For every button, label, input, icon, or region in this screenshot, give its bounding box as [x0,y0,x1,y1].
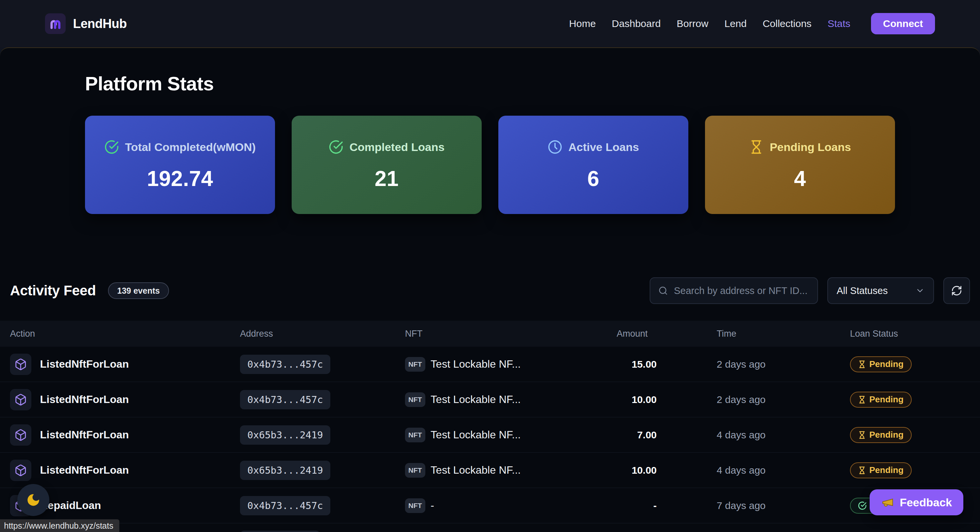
loan-status-label: Pending [869,465,904,475]
table-row: RepaidLoan0x4b73...457cNFT--7 days agoCo… [0,488,980,523]
nft-badge: NFT [405,357,425,372]
table-header-row: ActionAddressNFTAmountTimeLoan Status [0,321,980,347]
event-action: ListedNftForLoan [40,358,129,370]
feedback-button[interactable]: Feedback [870,489,963,515]
activity-feed-title: Activity Feed [10,283,96,299]
loan-status-label: Pending [869,394,904,405]
stat-card-1: Total Completed(wMON)192.74 [85,116,275,214]
moon-icon [26,493,41,507]
nft-badge: NFT [405,499,425,513]
status-filter-value: All Statuses [837,285,888,296]
stat-cards: Total Completed(wMON)192.74Completed Loa… [85,116,895,214]
table-row: ListedNftForLoan0x4b73...457cNFTTest Loc… [0,382,980,417]
loan-status-badge: Pending [850,356,912,372]
address-chip[interactable]: 0x65b3...2419 [240,425,330,445]
activity-feed-header: Activity Feed 139 events All Statuses [0,277,980,304]
clock-icon [548,140,562,155]
feedback-label: Feedback [900,496,952,509]
loan-amount: 10.00 [632,465,657,476]
nft-name: - [431,499,434,512]
search-icon [658,285,668,296]
stat-card-4: Pending Loans4 [705,116,895,214]
search-box [650,277,818,304]
address-chip[interactable]: 0x4b73...457c [240,390,330,409]
event-action: ListedNftForLoan [40,464,129,476]
brand-logo[interactable]: LendHub [45,13,127,34]
nav-link-stats[interactable]: Stats [828,18,850,29]
column-header-nft: NFT [405,329,617,339]
refresh-button[interactable] [943,277,970,304]
package-icon [10,460,31,481]
package-icon [10,424,31,446]
stat-card-2: Completed Loans21 [292,116,482,214]
stat-card-title: Completed Loans [349,139,444,155]
search-input[interactable] [674,285,809,296]
event-time: 4 days ago [717,465,766,476]
loan-status-label: Pending [869,359,904,370]
loan-status-badge: Pending [850,392,912,408]
table-row: NFT [0,523,980,532]
table-row: ListedNftForLoan0x65b3...2419NFTTest Loc… [0,417,980,453]
table-row: ListedNftForLoan0x65b3...2419NFTTest Loc… [0,453,980,488]
top-nav: LendHub HomeDashboardBorrowLendCollectio… [0,0,980,47]
megaphone-icon [881,496,894,509]
column-header-amount: Amount [617,329,657,339]
nav-link-home[interactable]: Home [569,18,596,29]
loan-amount: 15.00 [632,359,657,370]
loan-amount: 7.00 [637,429,657,440]
hourglass-icon [749,140,764,155]
stat-card-value: 21 [310,166,463,191]
column-header-action: Action [0,329,240,339]
loan-status-badge: Pending [850,462,912,478]
activity-table: ActionAddressNFTAmountTimeLoan Status Li… [0,321,980,532]
nft-name: Test Lockable NF... [431,358,521,370]
page-title: Platform Stats [85,72,895,95]
chevron-down-icon [915,286,925,295]
loan-amount: - [653,500,657,511]
address-chip[interactable]: 0x4b73...457c [240,496,330,515]
nft-badge: NFT [405,392,425,407]
check-circle-icon [104,140,119,155]
package-icon [10,389,31,410]
nav-links: HomeDashboardBorrowLendCollectionsStats [569,18,850,29]
column-header-time: Time [657,329,843,339]
loan-status-label: Pending [869,430,904,440]
nft-name: Test Lockable NF... [431,464,521,476]
refresh-icon [951,285,963,296]
status-bar-url: https://www.lendhub.xyz/stats [0,519,119,532]
address-chip[interactable]: 0x4b73...457c [240,355,330,374]
stat-card-value: 4 [723,166,877,191]
status-filter-select[interactable]: All Statuses [827,277,934,304]
table-body: ListedNftForLoan0x4b73...457cNFTTest Loc… [0,347,980,532]
dark-mode-toggle[interactable] [18,484,49,516]
column-header-loan-status: Loan Status [843,329,980,339]
event-time: 4 days ago [717,429,766,440]
event-action: ListedNftForLoan [40,428,129,441]
nav-link-dashboard[interactable]: Dashboard [612,18,661,29]
table-row: ListedNftForLoan0x4b73...457cNFTTest Loc… [0,347,980,382]
address-chip[interactable]: 0x65b3...2419 [240,461,330,480]
nav-link-borrow[interactable]: Borrow [677,18,708,29]
event-time: 7 days ago [717,500,766,511]
stat-card-title: Total Completed(wMON) [125,139,256,155]
nft-badge: NFT [405,428,425,442]
address-chip[interactable] [240,530,320,532]
loan-status-badge: Pending [850,427,912,443]
stat-card-value: 192.74 [103,166,257,191]
brand-name: LendHub [73,17,127,31]
main-content: Platform Stats Total Completed(wMON)192.… [0,47,980,532]
stat-card-value: 6 [517,166,670,191]
nft-badge: NFT [405,463,425,478]
event-time: 2 days ago [717,359,766,370]
loan-amount: 10.00 [632,394,657,405]
nft-name: Test Lockable NF... [431,393,521,406]
event-action: ListedNftForLoan [40,393,129,406]
nav-link-collections[interactable]: Collections [763,18,812,29]
stat-card-3: Active Loans6 [498,116,688,214]
column-header-address: Address [240,329,405,339]
stat-card-title: Pending Loans [770,139,851,155]
events-count-badge: 139 events [108,282,169,299]
nav-link-lend[interactable]: Lend [724,18,747,29]
connect-wallet-button[interactable]: Connect [871,13,935,34]
check-circle-icon [329,140,343,155]
